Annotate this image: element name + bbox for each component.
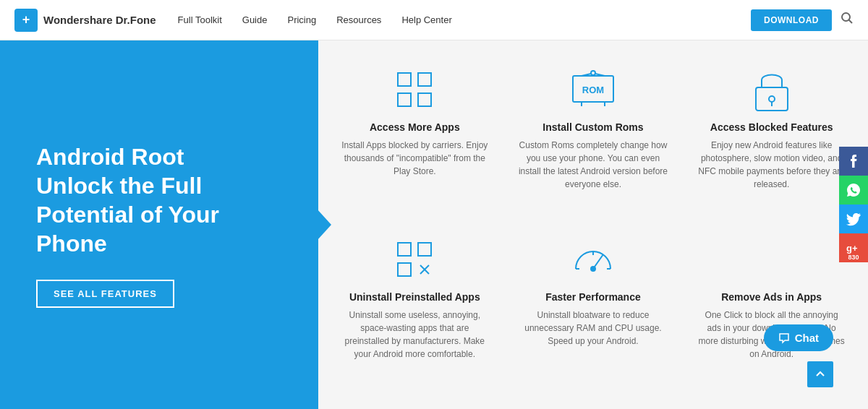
svg-rect-4 [398,93,411,106]
feature-remove-ads: Remove Ads in Apps One Click to block al… [682,225,861,395]
speedometer-icon [571,238,615,281]
svg-rect-13 [756,87,788,111]
svg-point-0 [842,13,850,21]
twitter-share-button[interactable] [839,204,868,233]
download-button[interactable]: DOWNLOAD [751,9,832,31]
main-content: Android RootUnlock the FullPotential of … [0,40,868,409]
apps-icon [393,68,436,111]
feature-title: Uninstall Preinstalled Apps [349,291,480,303]
svg-rect-17 [418,243,431,256]
chat-label: Chat [795,332,819,344]
feature-install-custom-roms: ROM Install Custom Roms Custom Roms comp… [504,55,683,225]
whatsapp-share-button[interactable] [839,176,868,204]
svg-rect-3 [418,73,431,86]
feature-faster-performance: Faster Performance Uninstall bloatware t… [504,225,683,395]
chat-icon [778,332,790,344]
see-all-features-button[interactable]: SEE ALL FEATURES [36,280,174,308]
main-nav: Full Toolkit Guide Pricing Resources Hel… [178,14,751,25]
svg-text:g+: g+ [846,243,858,254]
share-count: 830 [839,254,868,261]
lock-icon [750,68,793,111]
facebook-share-button[interactable] [839,147,868,176]
svg-rect-2 [398,73,411,86]
feature-title: Faster Performance [545,291,641,303]
svg-rect-5 [418,93,431,106]
hero-arrow [317,209,331,241]
social-sidebar: g+ 830 [839,147,868,262]
hero-title: Android RootUnlock the FullPotential of … [36,142,282,258]
features-grid: Access More Apps Install Apps blocked by… [318,40,868,409]
scroll-top-icon [814,369,826,380]
uninstall-icon [393,238,436,281]
logo: + Wondershare Dr.Fone [14,9,156,32]
feature-desc: Enjoy new Android features like photosph… [697,139,846,191]
svg-rect-18 [398,263,411,276]
nav-pricing[interactable]: Pricing [287,14,316,25]
feature-uninstall: Uninstall Preinstalled Apps Uninstall so… [326,225,504,395]
feature-title: Access Blocked Features [710,121,833,133]
svg-line-1 [849,20,853,24]
feature-desc: Install Apps blocked by carriers. Enjoy … [340,139,490,178]
hero-section: Android RootUnlock the FullPotential of … [0,40,318,409]
feature-title: Install Custom Roms [542,121,643,133]
svg-point-10 [591,71,595,75]
logo-text: Wondershare Dr.Fone [43,14,156,26]
nav-resources[interactable]: Resources [336,14,381,25]
svg-line-22 [593,254,603,269]
feature-title: Remove Ads in Apps [721,291,822,303]
googleplus-share-button[interactable]: g+ 830 [839,233,868,262]
header: + Wondershare Dr.Fone Full Toolkit Guide… [0,0,868,40]
rom-icon: ROM [571,68,615,111]
svg-rect-16 [398,243,411,256]
nav-guide[interactable]: Guide [242,14,268,25]
feature-access-more-apps: Access More Apps Install Apps blocked by… [326,55,504,225]
chat-button[interactable]: Chat [764,324,833,351]
svg-text:ROM: ROM [582,85,604,95]
feature-desc: Uninstall some useless, annoying, space-… [340,309,490,361]
feature-title: Access More Apps [370,121,460,133]
nav-full-toolkit[interactable]: Full Toolkit [178,14,222,25]
feature-desc: Custom Roms completely change how you us… [519,139,668,191]
logo-icon: + [14,9,38,32]
search-icon[interactable] [841,12,854,28]
feature-desc: Uninstall bloatware to reduce unnecessar… [519,309,668,348]
no-ads-icon [750,238,793,281]
scroll-top-button[interactable] [807,361,833,387]
svg-point-14 [769,96,775,102]
nav-help-center[interactable]: Help Center [401,14,451,25]
feature-access-blocked: Access Blocked Features Enjoy new Androi… [682,55,861,225]
